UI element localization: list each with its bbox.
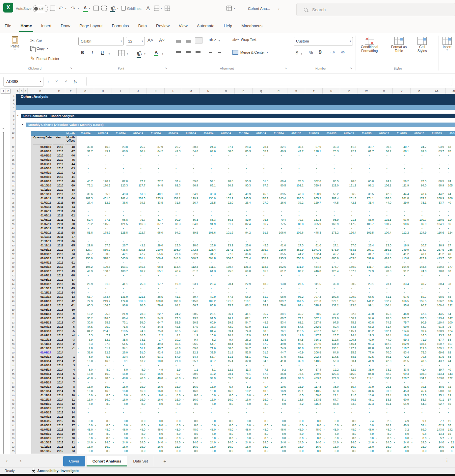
data-cell[interactable]: - <box>77 261 94 265</box>
data-cell[interactable]: - <box>235 162 252 166</box>
data-cell[interactable]: - <box>182 166 200 171</box>
data-cell[interactable]: -16.0 <box>77 398 94 402</box>
data-cell[interactable]: -8.0 <box>217 419 235 423</box>
data-cell[interactable]: 76.6 <box>340 398 358 402</box>
data-cell[interactable]: 48.0 <box>165 346 182 350</box>
data-cell[interactable]: - <box>165 209 182 213</box>
data-cell[interactable]: - <box>340 261 358 265</box>
data-cell[interactable]: 86.9 <box>411 222 428 226</box>
data-cell[interactable]: -8.0 <box>340 419 358 423</box>
add-sheet-button[interactable]: + <box>163 458 166 464</box>
year-cell[interactable]: 2011 <box>53 222 65 226</box>
data-cell[interactable]: - <box>375 175 393 179</box>
data-cell[interactable]: -16.0 <box>393 445 410 449</box>
data-cell[interactable]: 77.7 <box>129 179 147 183</box>
row-number-60[interactable]: 60 <box>12 351 14 354</box>
data-cell[interactable]: 90.9 <box>165 218 182 222</box>
data-cell[interactable]: 37.9 <box>147 145 164 149</box>
data-cell[interactable]: - <box>217 291 235 295</box>
row-number-10[interactable]: 10 <box>12 131 14 134</box>
data-cell[interactable]: 71.9 <box>411 338 428 342</box>
year-cell[interactable]: 2011 <box>53 235 65 239</box>
data-cell[interactable]: -24.0 <box>200 440 217 445</box>
data-cell[interactable]: - <box>147 235 164 239</box>
data-cell[interactable]: - <box>393 175 410 179</box>
data-cell[interactable]: 48.7 <box>147 346 164 350</box>
data-cell[interactable]: 110.5 <box>112 329 129 333</box>
data-cell[interactable]: 40.9 <box>393 423 410 428</box>
data-cell[interactable]: 48.3 <box>270 376 287 380</box>
opening-date-cell[interactable]: 01/12/11 <box>31 243 53 248</box>
data-cell[interactable]: 141.7 <box>358 265 375 269</box>
data-cell[interactable]: - <box>428 158 445 162</box>
data-cell[interactable]: -8.0 <box>235 423 252 428</box>
data-cell[interactable]: 707.4 <box>305 295 323 299</box>
data-cell[interactable]: - <box>393 239 410 243</box>
month-offset-cell[interactable]: -22 <box>65 256 77 261</box>
data-cell[interactable]: 76 <box>446 325 455 329</box>
data-cell[interactable]: - <box>305 261 323 265</box>
year-cell[interactable]: 2010 <box>53 188 65 192</box>
data-cell[interactable]: 34.6 <box>358 389 375 393</box>
row-number-38[interactable]: 38 <box>12 257 14 260</box>
data-cell[interactable]: - <box>200 209 217 213</box>
data-cell[interactable]: 30.5 <box>340 282 358 286</box>
data-cell[interactable]: - <box>428 154 445 158</box>
data-cell[interactable]: - <box>182 226 200 231</box>
data-cell[interactable]: 32.0 <box>182 252 200 256</box>
data-cell[interactable]: 41.0 <box>270 359 287 363</box>
data-cell[interactable]: 34.6 <box>217 192 235 196</box>
data-cell[interactable]: -31.6 <box>77 350 94 355</box>
month-offset-cell[interactable]: -44 <box>65 162 77 166</box>
year-cell[interactable]: 2013 <box>53 308 65 312</box>
data-cell[interactable]: - <box>77 158 94 162</box>
data-cell[interactable]: - <box>358 235 375 239</box>
data-cell[interactable]: -16.0 <box>428 445 445 449</box>
data-cell[interactable]: - <box>270 410 287 415</box>
data-cell[interactable]: - <box>147 406 164 410</box>
data-cell[interactable]: -16.0 <box>182 385 200 389</box>
row-number-42[interactable]: 42 <box>12 274 14 277</box>
data-cell[interactable]: 43.1 <box>411 252 428 256</box>
data-cell[interactable]: - <box>375 166 393 171</box>
data-cell[interactable]: -8.0 <box>200 402 217 406</box>
underline-button[interactable]: U <box>101 50 104 55</box>
data-cell[interactable]: 108.9 <box>428 329 445 333</box>
data-cell[interactable]: 26.5 <box>375 385 393 389</box>
data-cell[interactable]: 21.6 <box>340 393 358 398</box>
data-cell[interactable]: 42.9 <box>358 338 375 342</box>
data-cell[interactable]: 37.3 <box>358 402 375 406</box>
data-cell[interactable]: -16.0 <box>94 385 112 389</box>
data-cell[interactable]: 94.7 <box>235 346 252 350</box>
data-cell[interactable]: - <box>112 175 129 179</box>
data-cell[interactable]: - <box>147 205 164 209</box>
data-cell[interactable]: 576.9 <box>323 248 340 252</box>
data-cell[interactable]: - <box>235 175 252 179</box>
data-cell[interactable]: 44.0 <box>375 201 393 205</box>
data-cell[interactable]: - <box>253 291 270 295</box>
data-cell[interactable]: 40.1 <box>147 192 164 196</box>
increase-indent-icon[interactable]: ⇥ <box>218 50 221 55</box>
data-cell[interactable]: 94.5 <box>253 299 270 303</box>
data-cell[interactable]: - <box>77 239 94 243</box>
underline-chevron-icon[interactable]: ▾ <box>109 53 110 55</box>
data-cell[interactable]: 36.6 <box>235 252 252 256</box>
data-cell[interactable]: 128.1 <box>305 149 323 154</box>
data-cell[interactable]: 130.7 <box>217 265 235 269</box>
data-cell[interactable]: - <box>375 363 393 368</box>
data-cell[interactable]: - <box>393 166 410 171</box>
data-cell[interactable]: - <box>77 410 94 415</box>
row-number-74[interactable]: 74 <box>12 411 14 414</box>
data-cell[interactable]: 95.8 <box>375 316 393 321</box>
data-cell[interactable]: - <box>182 188 200 192</box>
data-cell[interactable]: - <box>270 188 287 192</box>
data-cell[interactable]: -16.0 <box>165 389 182 393</box>
data-cell[interactable]: - <box>200 235 217 239</box>
data-cell[interactable]: 94.0 <box>411 183 428 188</box>
data-cell[interactable]: - <box>340 273 358 278</box>
font-color-chevron-icon[interactable]: ▾ <box>89 7 90 10</box>
data-cell[interactable]: 114.6 <box>393 329 410 333</box>
data-cell[interactable]: 105 <box>446 183 455 188</box>
data-cell[interactable]: -16.0 <box>235 445 252 449</box>
data-cell[interactable]: - <box>446 166 455 171</box>
